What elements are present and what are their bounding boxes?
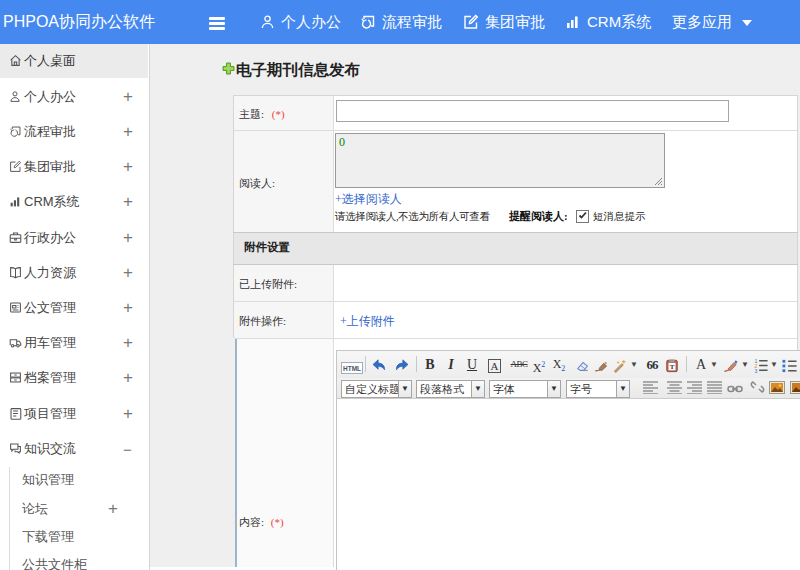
svg-text:T: T [670,363,675,371]
svg-text:3: 3 [754,368,757,373]
